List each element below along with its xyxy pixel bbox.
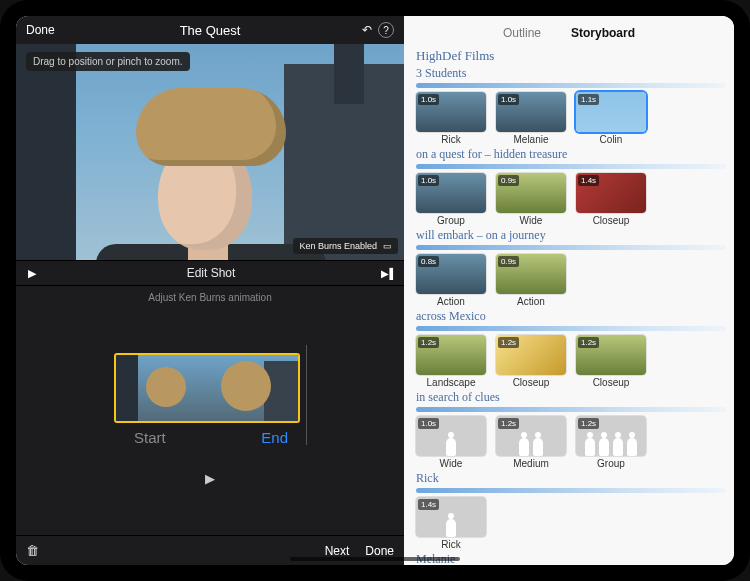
group-divider bbox=[416, 488, 726, 493]
shot-thumb[interactable]: 0.8s bbox=[416, 254, 486, 294]
duration-badge: 1.2s bbox=[418, 337, 439, 348]
group-divider bbox=[416, 326, 726, 331]
next-button[interactable]: Next bbox=[325, 544, 350, 558]
group-title: across Mexico bbox=[416, 309, 726, 324]
shot[interactable]: 1.4sRick bbox=[416, 497, 486, 550]
shot-caption: Action bbox=[416, 296, 486, 307]
shot[interactable]: 1.4sCloseup bbox=[576, 173, 646, 226]
shot-caption: Colin bbox=[576, 134, 646, 145]
duration-badge: 1.2s bbox=[498, 337, 519, 348]
shot[interactable]: 1.2sGroup bbox=[576, 416, 646, 469]
shot[interactable]: 0.8sAction bbox=[416, 254, 486, 307]
kb-end-tab[interactable]: End bbox=[261, 429, 314, 446]
ken-burns-icon: ▭ bbox=[383, 241, 392, 251]
shot-row: 1.2sLandscape1.2sCloseup1.2sCloseup bbox=[416, 335, 726, 388]
shot-caption: Closeup bbox=[576, 215, 646, 226]
shot-row: 0.8sAction0.9sAction bbox=[416, 254, 726, 307]
shot-thumb[interactable]: 1.2s bbox=[416, 335, 486, 375]
pip-icon[interactable]: ▶▌ bbox=[374, 268, 404, 279]
shot-thumb[interactable]: 1.2s bbox=[576, 416, 646, 456]
done-bottom-button[interactable]: Done bbox=[365, 544, 394, 558]
shot[interactable]: 1.0sGroup bbox=[416, 173, 486, 226]
shot-caption: Wide bbox=[496, 215, 566, 226]
play-button[interactable]: ▶ bbox=[16, 267, 48, 280]
duration-badge: 1.0s bbox=[498, 94, 519, 105]
group-title: on a quest for – hidden treasure bbox=[416, 147, 726, 162]
shot-caption: Action bbox=[496, 296, 566, 307]
duration-badge: 1.4s bbox=[578, 175, 599, 186]
project-title: The Quest bbox=[16, 23, 404, 38]
shot-thumb[interactable]: 1.1s bbox=[576, 92, 646, 132]
shot-thumb[interactable]: 0.9s bbox=[496, 173, 566, 213]
shot-thumb[interactable]: 0.9s bbox=[496, 254, 566, 294]
group-divider bbox=[416, 83, 726, 88]
shot-thumb[interactable]: 1.0s bbox=[496, 92, 566, 132]
shot-thumb[interactable]: 1.4s bbox=[416, 497, 486, 537]
ken-burns-badge[interactable]: Ken Burns Enabled ▭ bbox=[293, 238, 398, 254]
shot[interactable]: 1.2sLandscape bbox=[416, 335, 486, 388]
shot[interactable]: 0.9sAction bbox=[496, 254, 566, 307]
ken-burns-editor[interactable]: Start End ▶ bbox=[16, 305, 404, 535]
shot-caption: Medium bbox=[496, 458, 566, 469]
shot-row: 1.4sRick bbox=[416, 497, 726, 550]
group-divider bbox=[416, 245, 726, 250]
duration-badge: 1.2s bbox=[578, 337, 599, 348]
shot[interactable]: 1.2sCloseup bbox=[576, 335, 646, 388]
trash-icon[interactable]: 🗑 bbox=[26, 543, 39, 558]
preview-viewer[interactable]: Drag to position or pinch to zoom. Ken B… bbox=[16, 44, 404, 260]
shot-caption: Wide bbox=[416, 458, 486, 469]
group-divider bbox=[416, 407, 726, 412]
shot-caption: Closeup bbox=[496, 377, 566, 388]
shot-caption: Group bbox=[576, 458, 646, 469]
storyboard-scroll[interactable]: HighDef Films 3 Students1.0sRick1.0sMela… bbox=[404, 44, 734, 565]
duration-badge: 0.8s bbox=[418, 256, 439, 267]
shot-caption: Rick bbox=[416, 539, 486, 550]
duration-badge: 1.0s bbox=[418, 94, 439, 105]
story-heading: HighDef Films bbox=[416, 48, 726, 64]
shot[interactable]: 1.2sCloseup bbox=[496, 335, 566, 388]
duration-badge: 0.9s bbox=[498, 256, 519, 267]
shot-thumb[interactable]: 1.0s bbox=[416, 416, 486, 456]
tab-outline[interactable]: Outline bbox=[503, 26, 541, 40]
storyboard-panel: Outline Storyboard HighDef Films 3 Stude… bbox=[404, 16, 734, 565]
ken-burns-frame[interactable] bbox=[114, 353, 300, 423]
shot-caption: Group bbox=[416, 215, 486, 226]
group-title: Rick bbox=[416, 471, 726, 486]
shot-caption: Rick bbox=[416, 134, 486, 145]
shot-thumb[interactable]: 1.2s bbox=[496, 416, 566, 456]
shot-row: 1.0sWide1.2sMedium1.2sGroup bbox=[416, 416, 726, 469]
preview-hint: Drag to position or pinch to zoom. bbox=[26, 52, 190, 71]
shot-caption: Melanie bbox=[496, 134, 566, 145]
duration-badge: 1.1s bbox=[578, 94, 599, 105]
shot-thumb[interactable]: 1.0s bbox=[416, 173, 486, 213]
shot-row: 1.0sRick1.0sMelanie1.1sColin bbox=[416, 92, 726, 145]
shot[interactable]: 1.2sMedium bbox=[496, 416, 566, 469]
kb-start-tab[interactable]: Start bbox=[114, 429, 166, 446]
edit-shot-title: Edit Shot bbox=[48, 266, 374, 280]
kb-play-button[interactable]: ▶ bbox=[205, 471, 215, 486]
duration-badge: 0.9s bbox=[498, 175, 519, 186]
shot-thumb[interactable]: 1.2s bbox=[576, 335, 646, 375]
shot-thumb[interactable]: 1.2s bbox=[496, 335, 566, 375]
group-title: Melanie bbox=[416, 552, 726, 565]
shot-thumb[interactable]: 1.0s bbox=[416, 92, 486, 132]
group-title: 3 Students bbox=[416, 66, 726, 81]
shot-caption: Landscape bbox=[416, 377, 486, 388]
home-indicator bbox=[290, 557, 460, 561]
shot-row: 1.0sGroup0.9sWide1.4sCloseup bbox=[416, 173, 726, 226]
shot-caption: Closeup bbox=[576, 377, 646, 388]
duration-badge: 1.0s bbox=[418, 175, 439, 186]
shot[interactable]: 1.0sRick bbox=[416, 92, 486, 145]
shot-thumb[interactable]: 1.4s bbox=[576, 173, 646, 213]
group-title: in search of clues bbox=[416, 390, 726, 405]
shot[interactable]: 0.9sWide bbox=[496, 173, 566, 226]
shot[interactable]: 1.0sMelanie bbox=[496, 92, 566, 145]
edit-hint: Adjust Ken Burns animation bbox=[16, 286, 404, 305]
shot[interactable]: 1.1sColin bbox=[576, 92, 646, 145]
tab-storyboard[interactable]: Storyboard bbox=[571, 26, 635, 40]
group-divider bbox=[416, 164, 726, 169]
shot[interactable]: 1.0sWide bbox=[416, 416, 486, 469]
editor-panel: Done The Quest ↶ ? Drag to position or p… bbox=[16, 16, 404, 565]
group-title: will embark – on a journey bbox=[416, 228, 726, 243]
